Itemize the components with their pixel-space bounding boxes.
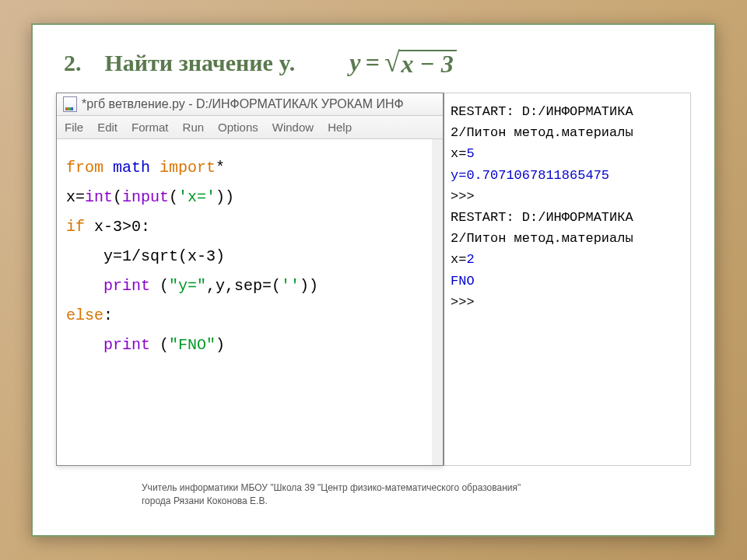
menu-run[interactable]: Run — [183, 121, 205, 134]
menu-options[interactable]: Options — [218, 121, 258, 134]
footer-line: Учитель информатики МБОУ "Школа 39 "Цент… — [142, 481, 691, 495]
menu-file[interactable]: File — [65, 121, 83, 134]
shell-prompt[interactable]: >>> — [451, 292, 684, 313]
task-number: 2. — [64, 50, 82, 76]
window-title: *ргб ветвление.ру - D:/ИНФОРМАТИКА/К УРО… — [82, 97, 404, 111]
shell-output: FNO — [451, 271, 684, 292]
shell-line: x=2 — [451, 249, 684, 270]
menu-edit[interactable]: Edit — [97, 121, 117, 134]
shell-line: 2/Питон метод.материалы — [451, 228, 684, 249]
menu-help[interactable]: Help — [328, 121, 352, 134]
shell-line: 2/Питон метод.материалы — [451, 122, 684, 143]
formula-eq: = — [365, 48, 379, 77]
idle-shell-window: RESTART: D:/ИНФОРМАТИКА 2/Питон метод.ма… — [444, 93, 691, 466]
slide-page: 2. Найти значение y. y = √ x − 3 *ргб ве… — [31, 23, 716, 537]
window-titlebar: *ргб ветвление.ру - D:/ИНФОРМАТИКА/К УРО… — [57, 93, 443, 116]
task-formula: y = √ x − 3 — [349, 48, 457, 77]
shell-line: RESTART: D:/ИНФОРМАТИКА — [451, 207, 684, 228]
formula-lhs: y — [349, 48, 360, 77]
screenshots-row: *ргб ветвление.ру - D:/ИНФОРМАТИКА/К УРО… — [56, 93, 691, 466]
idle-editor-window: *ргб ветвление.ру - D:/ИНФОРМАТИКА/К УРО… — [56, 93, 444, 466]
footer-line: города Рязани Коконова Е.В. — [142, 495, 691, 508]
sqrt-icon: √ x − 3 — [384, 50, 457, 76]
menu-window[interactable]: Window — [272, 121, 314, 134]
code-editor[interactable]: from math import* x=int(input('x=')) if … — [57, 139, 443, 465]
menubar: File Edit Format Run Options Window Help — [57, 116, 443, 139]
shell-line: x=5 — [451, 143, 684, 164]
shell-prompt[interactable]: >>> — [451, 186, 684, 207]
formula-radicand: x − 3 — [399, 50, 456, 76]
shell-output: y=0.7071067811865475 — [451, 165, 684, 186]
menu-format[interactable]: Format — [132, 121, 169, 134]
task-title: Найти значение y. — [105, 50, 296, 76]
task-heading: 2. Найти значение y. y = √ x − 3 — [64, 48, 691, 77]
slide-footer: Учитель информатики МБОУ "Школа 39 "Цент… — [142, 481, 691, 508]
shell-line: RESTART: D:/ИНФОРМАТИКА — [451, 101, 684, 122]
document-icon — [63, 96, 77, 112]
